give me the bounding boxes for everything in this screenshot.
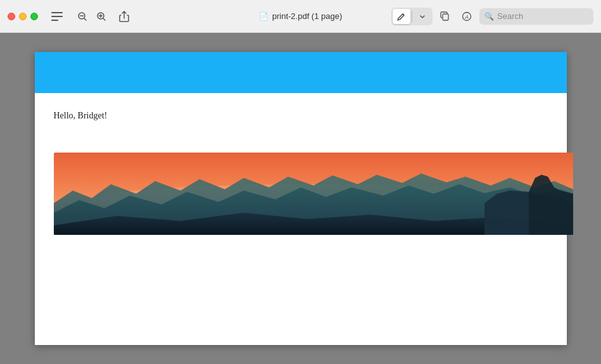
close-button[interactable]	[8, 13, 15, 20]
markup-button[interactable]: A	[458, 8, 476, 25]
zoom-out-icon	[77, 11, 87, 22]
chevron-down-icon	[419, 13, 426, 20]
svg-line-4	[103, 18, 105, 20]
annotation-group	[391, 8, 433, 25]
svg-text:A: A	[464, 14, 469, 20]
pen-icon	[397, 12, 406, 21]
pdf-greeting-text: Hello, Bridget!	[54, 111, 548, 121]
annotation-dropdown-button[interactable]	[414, 9, 431, 24]
window-title: print-2.pdf (1 page)	[272, 11, 343, 21]
minimize-button[interactable]	[19, 13, 27, 20]
zoom-in-icon	[96, 11, 106, 22]
zoom-controls	[73, 8, 110, 25]
pdf-content: Hello, Bridget!	[35, 93, 567, 254]
search-input[interactable]	[497, 11, 586, 21]
pdf-header-bar	[35, 52, 567, 93]
window-title-area: 📄 print-2.pdf (1 page)	[259, 11, 343, 21]
pdf-landscape-image	[54, 153, 573, 235]
markup-icon: A	[462, 11, 472, 22]
pdf-file-icon: 📄	[259, 12, 269, 21]
sidebar-toggle-icon	[51, 12, 63, 21]
zoom-out-button[interactable]	[73, 8, 91, 25]
annotation-pen-button[interactable]	[393, 9, 410, 24]
pdf-viewer[interactable]: Hello, Bridget!	[0, 33, 601, 364]
copy-icon	[440, 11, 450, 22]
titlebar: 📄 print-2.pdf (1 page)	[0, 0, 601, 33]
pdf-page: Hello, Bridget!	[35, 52, 567, 345]
search-icon: 🔍	[484, 12, 494, 21]
share-button[interactable]	[115, 8, 133, 25]
zoom-in-button[interactable]	[92, 8, 110, 25]
right-controls: A 🔍	[391, 8, 593, 25]
svg-rect-7	[443, 14, 448, 20]
traffic-lights	[8, 13, 38, 20]
sidebar-toggle-button[interactable]	[48, 9, 66, 23]
share-icon	[119, 11, 129, 22]
maximize-button[interactable]	[30, 13, 38, 20]
annotation-divider	[412, 11, 412, 22]
landscape-svg	[54, 153, 573, 235]
svg-line-1	[84, 18, 86, 20]
copy-button[interactable]	[436, 8, 454, 25]
search-box[interactable]: 🔍	[479, 8, 593, 25]
